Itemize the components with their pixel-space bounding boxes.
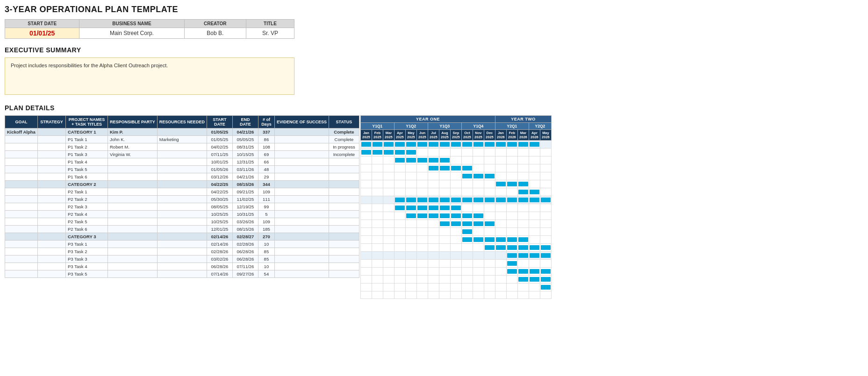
m-may25: May2025: [405, 130, 416, 141]
table-cell: [38, 203, 66, 211]
gantt-cell: [473, 260, 484, 268]
gantt-cell: [461, 196, 473, 204]
table-cell: CATEGORY 2: [66, 181, 108, 188]
table-cell: [157, 211, 207, 218]
table-cell: [108, 211, 158, 218]
gantt-cell: [517, 196, 529, 204]
m-feb25: Feb2025: [372, 130, 383, 141]
gantt-cell: [461, 276, 473, 284]
gantt-cell: [484, 188, 495, 196]
gantt-cell: [394, 252, 405, 260]
gantt-cell: [495, 284, 506, 291]
table-cell: 03/26/26: [232, 218, 258, 226]
table-cell: [157, 226, 207, 233]
year-two-header: YEAR TWO: [495, 116, 551, 123]
table-cell: [329, 158, 359, 166]
gantt-cell: [360, 244, 372, 252]
table-cell: 05/30/25: [207, 196, 232, 203]
table-cell: [108, 241, 158, 248]
table-cell: P1 Task 2: [66, 143, 108, 151]
gantt-cell: [495, 188, 506, 196]
gantt-cell: [473, 212, 484, 220]
gantt-cell: [495, 196, 506, 204]
gantt-cell: [506, 268, 517, 276]
gantt-cell: [473, 149, 484, 156]
table-row: P2 Task 612/01/2508/15/26185: [5, 226, 359, 233]
col-strategy: STRATEGY: [38, 116, 66, 128]
gantt-cell: [439, 252, 450, 260]
gantt-cell: [540, 156, 551, 164]
gantt-cell: [372, 252, 383, 260]
gantt-row: [360, 180, 551, 188]
table-cell: Kim P.: [108, 128, 158, 136]
gantt-cell: [517, 204, 529, 212]
table-cell: [38, 233, 66, 241]
table-cell: P1 Task 5: [66, 166, 108, 173]
table-row: P3 Task 303/02/2606/28/2685: [5, 255, 359, 263]
gantt-row: [360, 141, 551, 149]
q-y2q2: Y2Q2: [529, 123, 551, 130]
table-cell: Marketing: [157, 136, 207, 143]
table-cell: [329, 166, 359, 173]
gantt-cell: [517, 291, 529, 299]
gantt-cell: [506, 141, 517, 149]
m-jan26: Jan2026: [495, 130, 506, 141]
gantt-cell: [394, 149, 405, 156]
gantt-cell: [405, 252, 416, 260]
table-cell: [108, 181, 158, 188]
table-cell: Virginia W.: [108, 151, 158, 158]
m-feb26: Feb2026: [506, 130, 517, 141]
m-sep25: Sep2025: [450, 130, 461, 141]
gantt-cell: [540, 196, 551, 204]
gantt-cell: [506, 196, 517, 204]
table-cell: 05/05/25: [232, 136, 258, 143]
gantt-cell: [461, 156, 473, 164]
table-cell: P3 Task 4: [66, 263, 108, 270]
gantt-cell: [428, 156, 439, 164]
gantt-cell: [360, 276, 372, 284]
gantt-cell: [372, 196, 383, 204]
gantt-cell: [540, 260, 551, 268]
gantt-cell: [394, 260, 405, 268]
gantt-cell: [506, 284, 517, 291]
gantt-cell: [484, 252, 495, 260]
table-cell: 99: [258, 203, 274, 211]
table-cell: [274, 181, 329, 188]
year-one-header: YEAR ONE: [360, 116, 495, 123]
table-cell: [157, 248, 207, 255]
q-y1q1: Y1Q1: [360, 123, 394, 130]
gantt-cell: [540, 284, 551, 291]
exec-summary-box: Project includes responsibilities for th…: [5, 57, 294, 95]
gantt-cell: [372, 172, 383, 180]
gantt-cell: [416, 284, 428, 291]
title-value: Sr. VP: [246, 28, 294, 39]
gantt-cell: [405, 188, 416, 196]
gantt-cell: [529, 252, 540, 260]
table-row: P1 Task 2Robert M.04/02/2508/31/25108In …: [5, 143, 359, 151]
gantt-cell: [484, 204, 495, 212]
gantt-cell: [416, 196, 428, 204]
table-cell: [5, 233, 38, 241]
gantt-cell: [428, 284, 439, 291]
gantt-cell: [372, 149, 383, 156]
plan-details-title: PLAN DETAILS: [5, 104, 863, 112]
gantt-cell: [473, 180, 484, 188]
table-cell: [108, 173, 158, 181]
gantt-cell: [540, 180, 551, 188]
table-cell: [274, 218, 329, 226]
gantt-cell: [495, 180, 506, 188]
gantt-cell: [383, 268, 394, 276]
table-cell: 02/28/26: [232, 241, 258, 248]
table-cell: 344: [258, 181, 274, 188]
gantt-cell: [517, 188, 529, 196]
table-cell: 69: [258, 151, 274, 158]
gantt-row: [360, 252, 551, 260]
gantt-cell: [506, 212, 517, 220]
table-cell: [5, 226, 38, 233]
gantt-row: [360, 149, 551, 156]
gantt-cell: [450, 228, 461, 236]
gantt-cell: [540, 204, 551, 212]
table-cell: [108, 158, 158, 166]
table-cell: [108, 188, 158, 196]
table-cell: 5: [258, 211, 274, 218]
